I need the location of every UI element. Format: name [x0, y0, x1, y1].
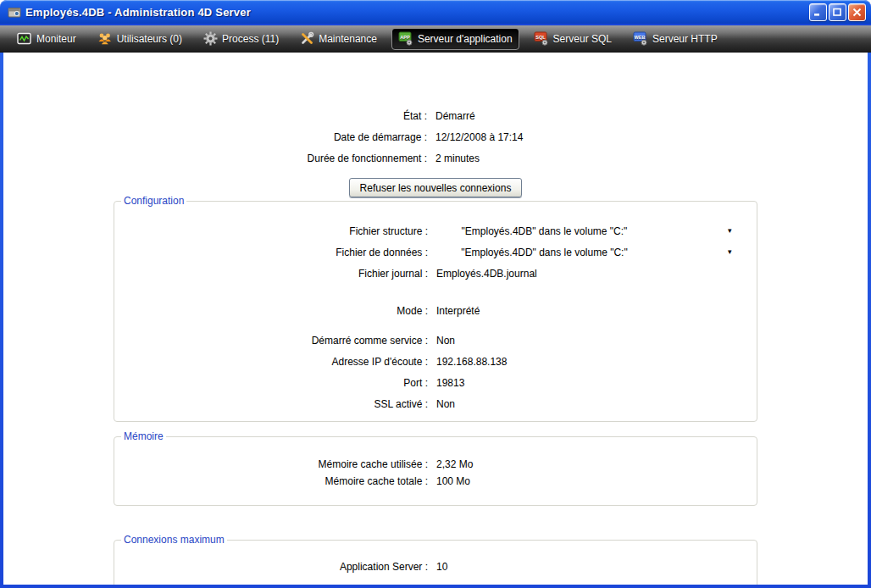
max-connections-group: Connexions maximum Application Server : … [114, 534, 757, 585]
svg-text:APP: APP [400, 35, 410, 40]
close-icon [852, 8, 862, 17]
field-label: Démarré comme service : [114, 335, 428, 347]
memory-row-cache-utilisee: Mémoire cache utilisée : 2,32 Mo [114, 456, 748, 473]
window-controls [809, 3, 866, 21]
field-label: SSL activé : [114, 398, 428, 410]
field-label: Fichier structure : [114, 225, 428, 237]
dropdown-arrow-icon[interactable]: ▾ [728, 226, 732, 234]
config-row-ssl: SSL activé : Non [114, 393, 748, 414]
toolbar-item-label: Utilisateurs (0) [117, 33, 182, 45]
close-button[interactable] [848, 3, 866, 21]
titlebar: Employés.4DB - Administration 4D Server [0, 0, 871, 24]
toolbar-item-label: Maintenance [319, 33, 377, 45]
memory-row-cache-totale: Mémoire cache totale : 100 Mo [114, 473, 748, 490]
field-value: 2,32 Mo [436, 458, 473, 470]
toolbar-item-label: Process (11) [222, 33, 279, 45]
config-row-fichier-journal: Fichier journal : Employés.4DB.journal [114, 263, 748, 284]
memory-group-title: Mémoire [121, 430, 166, 442]
field-value: 192.168.88.138 [436, 356, 507, 368]
field-value: 2 minutes [436, 153, 480, 164]
toolbar-item-maintenance[interactable]: Maintenance [293, 28, 384, 50]
field-value: "Employés.4DD" dans le volume "C:" [436, 247, 652, 258]
field-label: Adresse IP d'écoute : [114, 356, 428, 368]
refuse-connections-button[interactable]: Refuser les nouvelles connexions [349, 178, 523, 197]
toolbar-item-serveur-application[interactable]: APP Serveur d'application [391, 28, 519, 50]
status-row-duree: Durée de fonctionnement : 2 minutes [3, 147, 868, 169]
app-4d-icon[interactable] [8, 5, 21, 19]
dropdown-arrow-icon[interactable]: ▾ [728, 247, 732, 255]
app-window: Employés.4DB - Administration 4D Server [0, 0, 871, 588]
data-file-dropdown[interactable]: "Employés.4DD" dans le volume "C:" ▾ [436, 247, 748, 258]
field-value: Employés.4DB.journal [436, 268, 537, 280]
field-value: Non [436, 335, 455, 347]
status-row-date-demarrage: Date de démarrage : 12/12/2008 à 17:14 [3, 126, 868, 147]
main-toolbar: Moniteur Utilisateurs (0) [0, 25, 871, 53]
field-value: 10 [436, 561, 447, 573]
conn-row-application-server: Application Server : 10 [114, 558, 748, 575]
gear-icon [203, 31, 218, 46]
minimize-icon [813, 8, 823, 17]
toolbar-item-process[interactable]: Process (11) [197, 28, 286, 50]
toolbar-item-label: Moniteur [36, 33, 76, 45]
field-label: Mémoire cache utilisée : [114, 458, 428, 470]
maximize-button[interactable] [829, 3, 846, 21]
sql-server-icon: SQL [534, 31, 549, 46]
app-server-icon: APP [398, 31, 413, 46]
tools-icon [300, 31, 314, 46]
users-icon [97, 32, 113, 46]
content-area: État : Démarré Date de démarrage : 12/12… [3, 53, 868, 585]
field-value: Interprété [436, 305, 480, 317]
configuration-group: Configuration Fichier structure : "Emplo… [114, 195, 757, 422]
field-value: "Employés.4DB" dans le volume "C:" [436, 225, 652, 237]
memory-group: Mémoire Mémoire cache utilisée : 2,32 Mo… [114, 430, 757, 506]
toolbar-item-serveur-http[interactable]: WEB Serveur HTTP [626, 28, 724, 50]
status-row-etat: État : Démarré [3, 105, 868, 126]
server-status-block: État : Démarré Date de démarrage : 12/12… [3, 53, 868, 169]
field-value: 19813 [436, 377, 464, 389]
toolbar-item-utilisateurs[interactable]: Utilisateurs (0) [91, 28, 189, 50]
monitor-chart-icon [17, 32, 32, 46]
config-row-adresse-ip: Adresse IP d'écoute : 192.168.88.138 [114, 351, 748, 372]
field-label: Application Server : [114, 561, 428, 573]
field-value: Non [436, 398, 455, 410]
field-label: Durée de fonctionnement : [3, 153, 427, 164]
toolbar-item-moniteur[interactable]: Moniteur [10, 28, 83, 50]
configuration-group-title: Configuration [121, 195, 186, 207]
field-value: 12/12/2008 à 17:14 [436, 131, 523, 143]
field-label: Fichier de données : [114, 247, 428, 258]
field-label: État : [3, 110, 427, 122]
field-label: Mémoire cache totale : [114, 475, 428, 487]
field-value: Démarré [436, 110, 475, 122]
config-row-fichier-structure: Fichier structure : "Employés.4DB" dans … [114, 220, 748, 241]
max-connections-group-title: Connexions maximum [121, 534, 227, 546]
config-row-fichier-donnees: Fichier de données : "Employés.4DD" dans… [114, 241, 748, 263]
field-value: 100 Mo [436, 475, 470, 487]
toolbar-item-label: Serveur d'application [418, 33, 513, 45]
field-label: Fichier journal : [114, 268, 428, 280]
toolbar-item-serveur-sql[interactable]: SQL Serveur SQL [527, 28, 619, 50]
field-label: Date de démarrage : [3, 131, 427, 143]
toolbar-item-label: Serveur HTTP [652, 33, 718, 45]
svg-text:WEB: WEB [634, 35, 645, 40]
window-title: Employés.4DB - Administration 4D Server [25, 6, 809, 19]
svg-text:SQL: SQL [535, 35, 546, 40]
field-label: Port : [114, 377, 428, 389]
field-label: Mode : [114, 305, 428, 317]
maximize-icon [833, 8, 842, 17]
toolbar-item-label: Serveur SQL [553, 33, 612, 45]
config-row-port: Port : 19813 [114, 372, 748, 393]
structure-file-dropdown[interactable]: "Employés.4DB" dans le volume "C:" ▾ [436, 225, 748, 237]
config-row-service: Démarré comme service : Non [114, 330, 748, 351]
web-server-icon: WEB [633, 31, 648, 46]
minimize-button[interactable] [809, 3, 827, 21]
config-row-mode: Mode : Interprété [114, 300, 748, 321]
